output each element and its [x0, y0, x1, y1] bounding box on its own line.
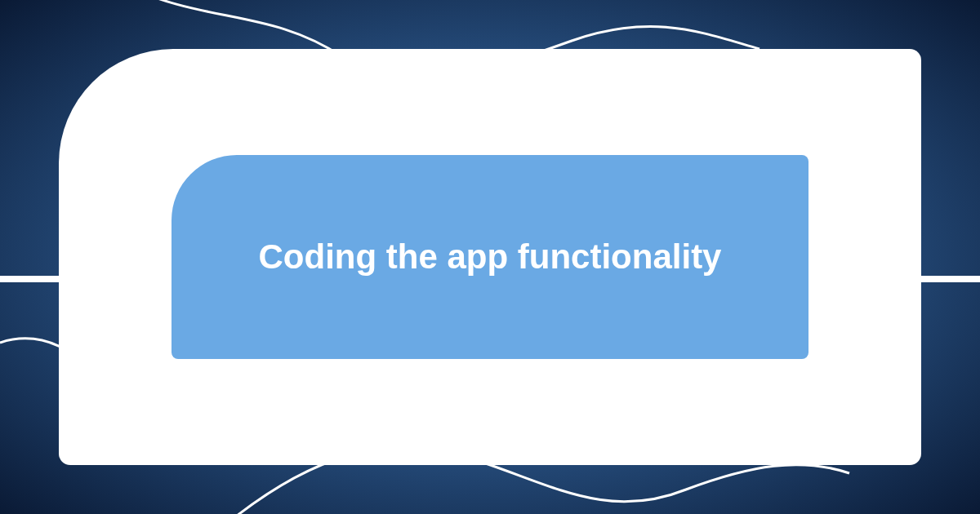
inner-blue-card: Coding the app functionality — [172, 155, 808, 359]
card-title: Coding the app functionality — [210, 235, 771, 280]
